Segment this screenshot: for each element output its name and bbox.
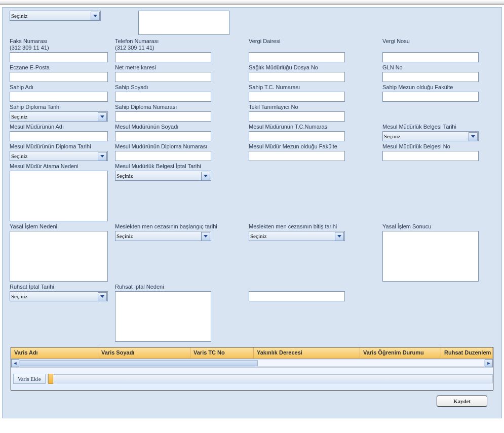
field-sahip-tc: Sahip T.C. Numarası [249, 84, 375, 102]
field-sahip-diploma-tarihi: Sahip Diploma Tarihi Seçiniz [10, 104, 108, 122]
input-vergi-no[interactable] [382, 52, 479, 62]
textarea-ruhsat-iptal-nedeni[interactable] [115, 291, 211, 342]
field-men-baslangic: Meslekten men cezasının başlangıç tarihi… [115, 223, 242, 282]
field-netmetre: Net metre karesi [115, 64, 242, 82]
input-mesul-diploma-no[interactable] [115, 151, 211, 161]
form-grid: Faks Numarası(312 309 11 41) Telefon Num… [10, 38, 494, 344]
field-ruhsat-iptal-nedeni: Ruhsat İptal Nedeni [115, 284, 242, 342]
field-mesul-diploma-no: Mesul Müdürünün Diploma Numarası [115, 143, 242, 161]
label-sahip-diploma-no: Sahip Diploma Numarası [115, 104, 242, 110]
select-sahip-diploma-tarihi[interactable]: Seçiniz [10, 111, 108, 122]
th-varis-tc[interactable]: Varis TC No [190, 347, 254, 358]
select-ruhsat-iptal-tarihi[interactable]: Seçiniz [10, 291, 108, 301]
field-mesul-diploma-tarihi: Mesul Müdürünün Diploma Tarihi Seçiniz [10, 143, 108, 161]
label-vergi-no: Vergi Nosu [382, 38, 504, 45]
th-varis-soyadi[interactable]: Varis Soyadı [98, 347, 190, 358]
footer: Kaydet [10, 391, 494, 411]
field-tel: Telefon Numarası(312 309 11 41) [115, 38, 242, 62]
input-faks[interactable] [10, 52, 108, 62]
field-yasal-islem-sonucu: Yasal İşlem Sonucu [382, 223, 504, 282]
field-belge-iptal-tarihi: Mesul Müdürlük Belgesi İptal Tarihi Seçi… [115, 163, 242, 221]
th-varis-adi[interactable]: Varis Adı [11, 347, 98, 358]
input-tel[interactable] [115, 52, 211, 62]
input-saglik-dosya[interactable] [249, 72, 345, 82]
input-mesul-tc[interactable] [249, 131, 345, 141]
form-panel: Seçiniz Faks Numarası(312 309 11 41) Tel… [2, 7, 502, 418]
label-sahip-adi: Sahip Adı [10, 84, 108, 91]
input-mesul-fakulte[interactable] [249, 151, 345, 161]
field-mesul-belge-tarihi: Mesul Müdürlük Belgesi Tarihi Seçiniz [382, 124, 504, 141]
select-men-baslangic[interactable]: Seçiniz [115, 231, 211, 241]
varis-add-row: Varis Ekle [11, 368, 493, 390]
input-netmetre[interactable] [115, 72, 211, 82]
label-faks: Faks Numarası(312 309 11 41) [10, 38, 108, 51]
input-sahip-fakulte[interactable] [382, 92, 479, 102]
label-yasal-islem-nedeni: Yasal İşlem Nedeni [10, 223, 108, 230]
input-mesul-adi[interactable] [10, 131, 108, 141]
scroll-track[interactable] [19, 360, 485, 367]
varis-table: Varis Adı Varis Soyadı Varis TC No Yakın… [11, 347, 493, 390]
field-mesul-belge-no: Mesul Müdürlük Belgesi No [382, 143, 504, 161]
field-tekil: Tekil Tanımlayıcı No [249, 104, 375, 122]
input-mesul-belge-no[interactable] [382, 151, 479, 161]
label-yasal-islem-sonucu: Yasal İşlem Sonucu [382, 223, 504, 230]
label-men-bitis: Meslekten men cezasının bitiş tarihi [249, 223, 375, 230]
label-tekil: Tekil Tanımlayıcı No [249, 104, 375, 110]
input-sahip-diploma-no[interactable] [115, 111, 211, 122]
select-mesul-belge-tarihi[interactable]: Seçiniz [382, 131, 479, 141]
input-vergi-dairesi[interactable] [249, 52, 345, 62]
table-header-row: Varis Adı Varis Soyadı Varis TC No Yakın… [11, 347, 493, 359]
input-eposta[interactable] [10, 72, 108, 82]
field-sahip-adi: Sahip Adı [10, 84, 108, 102]
label-mesul-belge-no: Mesul Müdürlük Belgesi No [382, 143, 504, 150]
label-belge-iptal-tarihi: Mesul Müdürlük Belgesi İptal Tarihi [115, 163, 242, 170]
textarea-yasal-islem-nedeni[interactable] [10, 231, 108, 282]
field-faks: Faks Numarası(312 309 11 41) [10, 38, 108, 62]
scroll-left-icon[interactable]: ◄ [11, 359, 19, 367]
input-sahip-tc[interactable] [249, 92, 345, 102]
th-yakinlik[interactable]: Yakınlık Derecesi [254, 347, 360, 358]
label-mesul-soyadi: Mesul Müdürünün Soyadı [115, 124, 242, 130]
select-belge-iptal-tarihi[interactable]: Seçiniz [115, 171, 211, 181]
window-title-strip [0, 0, 504, 4]
label-extra-empty [249, 284, 375, 290]
horizontal-scrollbar[interactable]: ◄ ► [11, 359, 493, 368]
field-extra-input [249, 284, 375, 342]
top-textarea[interactable] [138, 11, 229, 35]
label-tel: Telefon Numarası(312 309 11 41) [115, 38, 242, 51]
input-mesul-soyadi[interactable] [115, 131, 211, 141]
kaydet-button[interactable]: Kaydet [437, 396, 487, 407]
scroll-right-icon[interactable]: ► [485, 359, 493, 367]
field-sahip-soyadi: Sahip Soyadı [115, 84, 242, 102]
label-mesul-diploma-no: Mesul Müdürünün Diploma Numarası [115, 143, 242, 150]
top-select[interactable]: Seçiniz [10, 11, 101, 21]
field-men-bitis: Meslekten men cezasının bitiş tarihi Seç… [249, 223, 375, 282]
field-atama-nedeni: Mesul Müdür Atama Nedeni [10, 163, 108, 221]
input-gln[interactable] [382, 72, 479, 82]
input-extra[interactable] [249, 291, 345, 301]
th-ruhsat-duz[interactable]: Ruhsat Duzenlem [441, 347, 493, 358]
field-mesul-soyadi: Mesul Müdürünün Soyadı [115, 124, 242, 141]
varis-slider-thumb[interactable] [48, 374, 53, 384]
scroll-thumb[interactable] [20, 360, 258, 366]
label-mesul-diploma-tarihi: Mesul Müdürünün Diploma Tarihi [10, 143, 108, 150]
varis-ekle-button[interactable]: Varis Ekle [13, 374, 46, 384]
field-mesul-fakulte: Mesul Müdür Mezun olduğu Fakülte [249, 143, 375, 161]
select-mesul-diploma-tarihi[interactable]: Seçiniz [10, 151, 108, 161]
divider [0, 4, 504, 5]
input-tekil[interactable] [249, 111, 345, 122]
label-gln: GLN No [382, 64, 504, 71]
textarea-yasal-islem-sonucu[interactable] [382, 231, 479, 282]
varis-slider-track[interactable] [48, 374, 493, 383]
field-mesul-adi: Mesul Müdürünün Adı [10, 124, 108, 141]
select-men-bitis[interactable]: Seçiniz [249, 231, 345, 241]
label-eposta: Eczane E-Posta [10, 64, 108, 71]
th-ogrenim[interactable]: Varis Öğrenim Durumu [360, 347, 441, 358]
label-ruhsat-iptal-tarihi: Ruhsat İptal Tarihi [10, 284, 108, 290]
input-sahip-adi[interactable] [10, 92, 108, 102]
input-sahip-soyadi[interactable] [115, 92, 211, 102]
label-mesul-fakulte: Mesul Müdür Mezun olduğu Fakülte [249, 143, 375, 150]
top-select-wrap: Seçiniz [10, 11, 101, 35]
textarea-atama-nedeni[interactable] [10, 171, 108, 221]
label-sahip-tc: Sahip T.C. Numarası [249, 84, 375, 91]
